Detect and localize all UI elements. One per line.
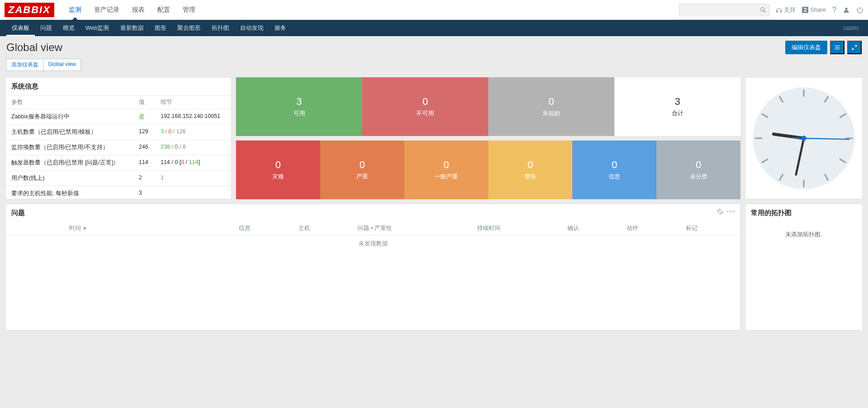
sysinfo-row: 监控项数量（已启用/已禁用/不支持）246238 / 0 / 8 [6, 140, 231, 155]
subnav-item[interactable]: 聚合图形 [172, 20, 206, 36]
maps-empty-text: 未添加拓扑图. [745, 222, 862, 248]
status-tile[interactable]: 0信息 [572, 141, 656, 199]
problems-col-header[interactable]: 确认 [562, 222, 621, 235]
sysinfo-row: 用户数(线上)21 [6, 171, 231, 186]
status-tile[interactable]: 0警告 [488, 141, 572, 199]
widget-more-icon[interactable]: ••• [726, 208, 736, 215]
user-icon[interactable] [843, 6, 850, 14]
edit-dashboard-button[interactable]: 编辑仪表盘 [785, 41, 827, 54]
top-icons: 支持 Z Share ? [776, 6, 863, 14]
subnav-item[interactable]: 图形 [149, 20, 172, 36]
sysinfo-row: Zabbix服务器端运行中是192.168.152.140:10051 [6, 109, 231, 125]
status-tile[interactable]: 0严重 [320, 141, 404, 199]
top-nav: 监测资产记录报表配置管理 [62, 0, 202, 19]
status-tile[interactable]: 0未知的 [488, 77, 614, 136]
sysinfo-row: 触发器数量（已启用/已禁用 [问题/正常]）114114 / 0 [0 / 11… [6, 155, 231, 171]
problems-title: 问题 [6, 204, 740, 222]
sysinfo-col-header: 参数 [6, 96, 133, 109]
sysinfo-col-header: 细节 [155, 96, 231, 109]
severity-tiles: 0灾难0严重0一般严重0警告0信息0未分类 [236, 141, 741, 199]
subnav-item[interactable]: 服务 [269, 20, 292, 36]
breadcrumb-item[interactable]: 添加仪表盘 [7, 59, 43, 70]
status-tile[interactable]: 3合计 [614, 77, 741, 136]
maps-widget: 常用的拓扑图 未添加拓扑图. [745, 204, 863, 330]
tiles-column: 3可用0不可用0未知的3合计 0灾难0严重0一般严重0警告0信息0未分类 [236, 77, 741, 199]
share-label: Share [810, 6, 826, 13]
problems-table: 时间 ▼信息主机问题 • 严重性持续时间确认动作标记 未发现数据 [6, 222, 740, 252]
sysinfo-col-header: 值 [133, 96, 155, 109]
problems-nodata: 未发现数据 [6, 235, 740, 253]
status-tile[interactable]: 0一般严重 [404, 141, 488, 199]
support-label: 支持 [784, 6, 796, 14]
problems-col-header[interactable]: 问题 • 严重性 [352, 222, 472, 235]
subnav-item[interactable]: 概览 [57, 20, 80, 36]
fullscreen-icon-button[interactable] [847, 41, 862, 54]
status-tile[interactable]: 3可用 [236, 77, 362, 136]
subnav-item[interactable]: 最新数据 [115, 20, 149, 36]
topnav-item[interactable]: 报表 [126, 0, 151, 19]
subnav-user: zabbix [843, 25, 862, 31]
sysinfo-row: 主机数量（已启用/已禁用/模板）1293 / 0 / 126 [6, 125, 231, 140]
subnav-item[interactable]: Web监测 [80, 20, 115, 36]
topnav-item[interactable]: 监测 [62, 0, 88, 19]
power-icon[interactable] [856, 6, 863, 14]
search-icon[interactable] [760, 7, 766, 13]
breadcrumb: 添加仪表盘Global view [6, 59, 81, 71]
sub-nav: 仪表板问题概览Web监测最新数据图形聚合图形拓扑图自动发现服务 zabbix [0, 20, 868, 36]
problems-col-header[interactable]: 时间 ▼ [6, 222, 233, 235]
top-bar: ZABBIX 监测资产记录报表配置管理 支持 Z Share ? [0, 0, 868, 20]
search-box[interactable] [679, 4, 769, 16]
breadcrumb-wrap: 添加仪表盘Global view [0, 57, 868, 77]
svg-point-2 [845, 7, 847, 9]
host-status-tiles: 3可用0不可用0未知的3合计 [236, 77, 741, 136]
topnav-item[interactable]: 配置 [151, 0, 176, 19]
subnav-item[interactable]: 自动发现 [235, 20, 269, 36]
problems-col-header[interactable]: 主机 [293, 222, 352, 235]
svg-point-26 [801, 136, 807, 141]
page-title: Global view [6, 41, 62, 54]
topnav-item[interactable]: 管理 [176, 0, 202, 19]
status-tile[interactable]: 0不可用 [362, 77, 488, 136]
problems-widget: ••• 问题 时间 ▼信息主机问题 • 严重性持续时间确认动作标记 未发现数据 [5, 204, 741, 330]
support-link[interactable]: 支持 [776, 6, 796, 14]
topnav-item[interactable]: 资产记录 [88, 0, 126, 19]
status-tile[interactable]: 0灾难 [236, 141, 320, 199]
clock-widget [745, 77, 863, 199]
menu-icon-button[interactable] [830, 41, 844, 54]
problems-col-header[interactable]: 标记 [680, 222, 740, 235]
maps-title: 常用的拓扑图 [745, 204, 862, 222]
share-link[interactable]: Z Share [802, 6, 826, 13]
svg-point-0 [761, 7, 764, 11]
header-bar: Global view 编辑仪表盘 [0, 36, 868, 57]
problems-col-header[interactable]: 信息 [233, 222, 292, 235]
svg-line-1 [764, 10, 766, 12]
subnav-item[interactable]: 问题 [35, 20, 57, 36]
analog-clock [752, 86, 856, 190]
sysinfo-row: 要求的主机性能, 每秒新值3 [6, 186, 231, 202]
status-tile[interactable]: 0未分类 [656, 141, 741, 199]
problems-col-header[interactable]: 动作 [621, 222, 680, 235]
logo[interactable]: ZABBIX [5, 3, 54, 17]
sysinfo-table: 参数值细节Zabbix服务器端运行中是192.168.152.140:10051… [6, 95, 231, 201]
sysinfo-title: 系统信息 [6, 78, 231, 95]
search-input[interactable] [682, 6, 760, 13]
sysinfo-widget: 系统信息 参数值细节Zabbix服务器端运行中是192.168.152.140:… [5, 77, 231, 199]
widget-gear-icon[interactable] [717, 208, 724, 215]
help-icon[interactable]: ? [832, 6, 836, 14]
breadcrumb-item: Global view [43, 59, 80, 70]
problems-col-header[interactable]: 持续时间 [472, 222, 562, 235]
subnav-item[interactable]: 拓扑图 [206, 20, 235, 36]
subnav-item[interactable]: 仪表板 [6, 20, 35, 36]
